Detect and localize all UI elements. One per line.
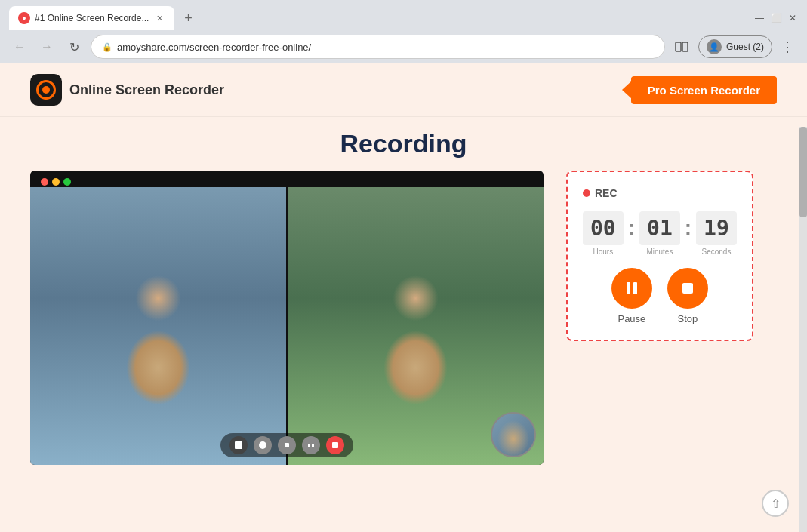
title-bar: ● #1 Online Screen Recorde... ✕ + — ⬜ ✕ [0, 0, 807, 30]
lock-icon: 🔒 [102, 42, 112, 52]
traffic-light-yellow[interactable] [52, 178, 60, 186]
logo-dot [42, 86, 50, 94]
profile-avatar: 👤 [707, 39, 722, 54]
svg-rect-1 [682, 42, 688, 51]
timer-display: 00 Hours : 01 Minutes : 19 Seconds [583, 211, 737, 256]
minimize-button[interactable]: — [754, 13, 765, 23]
logo-icon [30, 74, 62, 106]
svg-rect-5 [308, 444, 310, 447]
tab-bar: ● #1 Online Screen Recorde... ✕ + [9, 6, 199, 30]
stop-label: Stop [678, 313, 698, 324]
video-panel [30, 171, 544, 465]
pause-button[interactable]: Pause [611, 268, 652, 324]
traffic-light-red[interactable] [41, 178, 48, 186]
svg-rect-10 [682, 283, 693, 294]
sidebar-toggle-button[interactable] [671, 36, 692, 57]
profile-label: Guest (2) [726, 42, 764, 52]
svg-rect-6 [312, 444, 314, 447]
pause-icon-circle [611, 268, 652, 309]
close-button[interactable]: ✕ [787, 13, 798, 23]
seconds-label: Seconds [701, 248, 731, 256]
video-ctrl-stop-btn[interactable] [326, 436, 344, 454]
minutes-value: 01 [639, 211, 680, 245]
address-text: amoyshare.com/screen-recorder-free-onlin… [117, 42, 311, 53]
tab-title: #1 Online Screen Recorde... [35, 13, 149, 23]
reload-button[interactable]: ↻ [63, 36, 85, 57]
hours-segment: 00 Hours [583, 211, 624, 256]
logo-ring [36, 80, 56, 100]
scrollbar-thumb[interactable] [799, 127, 807, 217]
stop-icon-circle [667, 268, 708, 309]
video-grid [30, 187, 544, 465]
profile-button[interactable]: 👤 Guest (2) [698, 35, 772, 58]
active-tab[interactable]: ● #1 Online Screen Recorde... ✕ [9, 6, 174, 30]
tab-close-button[interactable]: ✕ [153, 12, 165, 24]
video-controls-bar [220, 433, 353, 457]
tab-favicon: ● [18, 12, 30, 24]
back-button[interactable]: ← [9, 36, 30, 57]
colon-2: : [683, 216, 693, 240]
recording-controls-panel: REC 00 Hours : 01 Minutes : 19 Sec [566, 171, 753, 341]
page-main: Recording [0, 117, 807, 480]
restore-button[interactable]: ⬜ [771, 13, 781, 23]
pause-label: Pause [618, 313, 645, 324]
svg-rect-0 [676, 42, 681, 51]
video-ctrl-btn-1[interactable] [229, 436, 248, 454]
rec-label: REC [595, 187, 618, 199]
video-ctrl-btn-3[interactable] [278, 436, 296, 454]
hours-label: Hours [593, 248, 614, 256]
colon-1: : [627, 216, 636, 240]
seconds-segment: 19 Seconds [696, 211, 737, 256]
scrollbar[interactable] [799, 127, 807, 532]
rec-buttons: Pause Stop [583, 268, 737, 324]
svg-point-3 [259, 441, 266, 449]
rec-dot [583, 189, 590, 197]
profile-area: 👤 Guest (2) ⋮ [698, 35, 798, 58]
person-image-left [30, 187, 286, 465]
svg-rect-7 [332, 442, 338, 448]
new-tab-button[interactable]: + [177, 8, 199, 29]
browser-chrome: ● #1 Online Screen Recorde... ✕ + — ⬜ ✕ … [0, 0, 807, 63]
hours-value: 00 [583, 211, 624, 245]
seconds-value: 19 [696, 211, 737, 245]
rec-indicator: REC [583, 187, 737, 199]
minutes-label: Minutes [646, 248, 673, 256]
window-controls: — ⬜ ✕ [754, 13, 798, 23]
browser-menu-button[interactable]: ⋮ [777, 36, 798, 57]
site-name: Online Screen Recorder [69, 82, 224, 98]
content-area: REC 00 Hours : 01 Minutes : 19 Sec [30, 171, 777, 465]
video-left [30, 187, 286, 465]
back-to-top-button[interactable]: ⇧ [762, 490, 789, 517]
svg-rect-2 [235, 441, 242, 449]
traffic-light-green[interactable] [63, 178, 71, 186]
stop-button[interactable]: Stop [667, 268, 708, 324]
pro-screen-recorder-button[interactable]: Pro Screen Recorder [631, 76, 777, 104]
site-logo: Online Screen Recorder [30, 74, 224, 106]
svg-rect-9 [633, 282, 637, 294]
page-content: Online Screen Recorder Pro Screen Record… [0, 63, 807, 532]
video-ctrl-btn-4[interactable] [302, 436, 320, 454]
address-bar[interactable]: 🔒 amoyshare.com/screen-recorder-free-onl… [91, 35, 665, 59]
svg-rect-8 [627, 282, 630, 294]
address-bar-row: ← → ↻ 🔒 amoyshare.com/screen-recorder-fr… [0, 30, 807, 63]
svg-rect-4 [285, 443, 289, 447]
page-title: Recording [30, 129, 777, 158]
forward-button[interactable]: → [36, 36, 57, 57]
site-header: Online Screen Recorder Pro Screen Record… [0, 63, 807, 117]
video-ctrl-btn-2[interactable] [254, 436, 272, 454]
thumbnail-corner [491, 412, 536, 457]
minutes-segment: 01 Minutes [639, 211, 680, 256]
traffic-lights [41, 178, 71, 186]
